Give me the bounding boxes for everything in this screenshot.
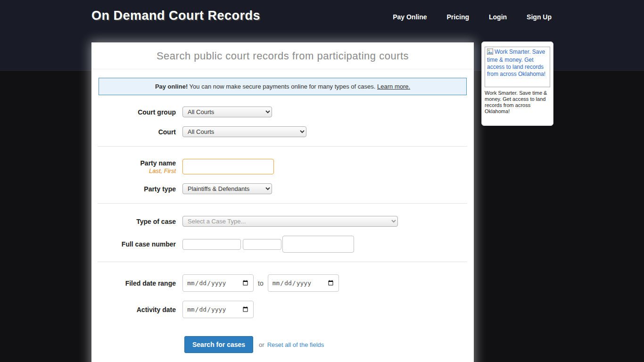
- section-divider: [98, 146, 467, 147]
- court-group-label: Court group: [91, 108, 176, 116]
- case-type-select[interactable]: Select a Case Type...: [182, 216, 398, 227]
- nav-pricing[interactable]: Pricing: [447, 13, 469, 21]
- party-type-row: Party type Plaintiffs & Defendants: [91, 183, 474, 194]
- party-name-row: Party name Last, First: [91, 159, 474, 174]
- site-brand: On Demand Court Records: [91, 8, 260, 23]
- party-type-select[interactable]: Plaintiffs & Defendants: [182, 183, 272, 194]
- case-number-part2-input[interactable]: [243, 239, 281, 250]
- search-panel: Search public court records from partici…: [91, 42, 474, 362]
- form-actions-row: Search for cases or Reset all of the fie…: [91, 336, 474, 353]
- or-text: or: [259, 341, 264, 348]
- activity-date-row: Activity date: [91, 301, 474, 318]
- learn-more-link[interactable]: Learn more.: [377, 83, 410, 90]
- filed-date-from-input[interactable]: [182, 274, 254, 292]
- broken-image-icon: [487, 49, 493, 57]
- notice-lead: Pay online!: [155, 83, 188, 90]
- filed-date-range-row: Filed date range to: [91, 274, 474, 292]
- nav-login[interactable]: Login: [489, 13, 507, 21]
- pay-online-notice: Pay online! You can now make secure paym…: [99, 78, 467, 95]
- ad-caption: Work Smarter. Save time & money. Get acc…: [485, 90, 550, 115]
- court-select[interactable]: All Courts: [182, 126, 306, 137]
- section-divider: [98, 262, 467, 262]
- sidebar-ad-card[interactable]: Work Smarter. Save time & money. Get acc…: [481, 41, 553, 126]
- case-type-row: Type of case Select a Case Type...: [91, 216, 474, 227]
- court-group-select[interactable]: All Courts: [182, 107, 272, 117]
- notice-body: You can now make secure payments online …: [188, 83, 377, 90]
- case-number-part1-input[interactable]: [182, 239, 241, 250]
- top-navigation: Pay Online Pricing Login Sign Up: [393, 13, 552, 21]
- filed-date-to-input[interactable]: [268, 274, 339, 292]
- search-for-cases-button[interactable]: Search for cases: [184, 336, 253, 353]
- case-type-label: Type of case: [91, 218, 176, 225]
- activity-date-label: Activity date: [91, 306, 176, 313]
- section-divider: [98, 203, 467, 204]
- nav-pay-online[interactable]: Pay Online: [393, 13, 427, 21]
- party-name-label-block: Party name Last, First: [91, 159, 176, 174]
- court-group-row: Court group All Courts: [91, 107, 474, 117]
- case-number-part3-input[interactable]: [282, 236, 354, 253]
- court-label: Court: [91, 128, 176, 136]
- page-title: Search public court records from partici…: [91, 42, 474, 69]
- case-number-row: Full case number: [91, 236, 474, 253]
- case-number-label: Full case number: [91, 240, 176, 248]
- nav-sign-up[interactable]: Sign Up: [527, 13, 552, 21]
- filed-date-range-label: Filed date range: [91, 280, 176, 287]
- court-row: Court All Courts: [91, 126, 474, 137]
- party-type-label: Party type: [91, 185, 176, 193]
- court-records-search-form: Court group All Courts Court All Courts …: [91, 95, 474, 353]
- date-range-separator: to: [258, 280, 264, 287]
- party-name-input[interactable]: [182, 159, 274, 174]
- ad-image-alt-text: Work Smarter. Save time & money. Get acc…: [487, 49, 545, 77]
- party-name-hint: Last, First: [91, 167, 176, 174]
- reset-fields-link[interactable]: Reset all of the fields: [267, 341, 324, 348]
- party-name-label: Party name: [91, 159, 176, 167]
- ad-broken-image[interactable]: Work Smarter. Save time & money. Get acc…: [485, 47, 550, 87]
- activity-date-input[interactable]: [182, 301, 254, 318]
